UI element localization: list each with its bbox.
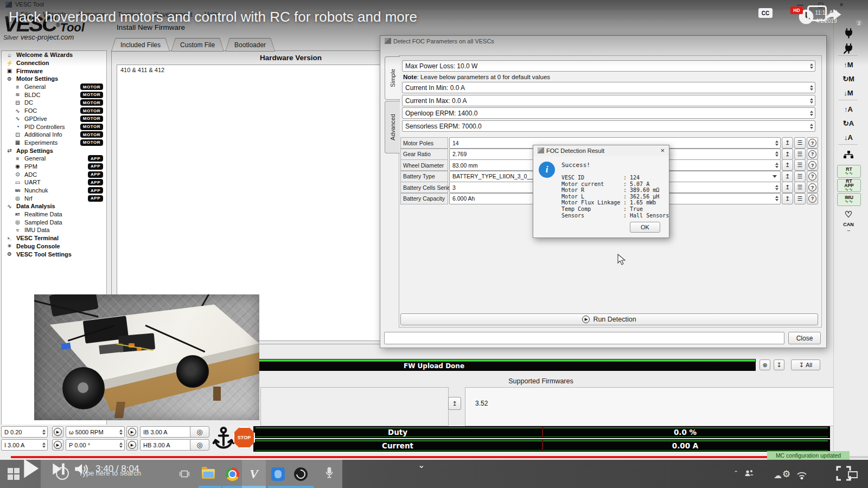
sidebar-item-app-settings[interactable]: ⇄App Settings [2, 146, 106, 155]
default-param-button[interactable]: ☰ [794, 193, 806, 204]
sidebar-item-pid-controllers[interactable]: ◔PID ControllersMOTOR [2, 123, 106, 131]
sidebar-item-realtime-data[interactable]: RTRealtime Data [2, 210, 106, 219]
sidebar-item-nunchuk[interactable]: WiiNunchukAPP [2, 187, 106, 195]
sidebar-item-general[interactable]: ≡GeneralAPP [2, 155, 106, 163]
field-sensorless-erpm[interactable]: Sensorless ERPM: 7000.0 [402, 120, 815, 132]
supported-firmware-item[interactable]: 3.52 [465, 388, 834, 407]
run-p-0-00-button[interactable]: ▶ [126, 439, 138, 451]
video-title[interactable]: Hack hoverboard motors and control with … [9, 9, 417, 25]
spinner[interactable] [774, 140, 780, 146]
spinner[interactable] [774, 151, 780, 157]
sidebar-item-welcome-wizards[interactable]: ⌂Welcome & Wizards [2, 51, 106, 59]
field-current-in-max[interactable]: Current In Max: 0.0 A [402, 95, 815, 106]
blue-app-icon[interactable] [268, 464, 288, 484]
wifi-icon[interactable] [796, 472, 807, 481]
spinner[interactable] [118, 429, 124, 435]
mic-icon[interactable] [325, 467, 334, 482]
sidebar-item-nrf[interactable]: ◎NrfAPP [2, 194, 106, 202]
run-i-3-00-a-button[interactable]: ▶ [52, 439, 63, 451]
help-param-button[interactable]: ? [807, 193, 818, 204]
sidebar-item-dc[interactable]: ⊟DCMOTOR [2, 99, 106, 107]
can-forward-button[interactable]: CAN→ [837, 221, 860, 233]
write-motor-config-icon[interactable]: ↓M [837, 87, 860, 99]
sidebar-item-adc[interactable]: ⊙ADCAPP [2, 170, 106, 178]
run-d-0-20-button[interactable]: ▶ [52, 426, 63, 438]
rt-app-button[interactable]: RTAPP∿∿ [837, 179, 861, 192]
default-param-button[interactable]: ☰ [794, 171, 806, 182]
tab-bootloader[interactable]: Bootloader [225, 38, 275, 52]
stop-button[interactable]: STOP [233, 427, 255, 448]
sidebar-item-sampled-data[interactable]: ◎Sampled Data [2, 218, 106, 226]
control-field-i-3-00-a[interactable]: I 3.00 A [1, 439, 48, 451]
ok-button[interactable]: OK [630, 222, 660, 233]
spinner[interactable] [808, 124, 815, 129]
onedrive-cloud-icon[interactable]: ☁ [774, 471, 782, 480]
download-firmware-button[interactable]: ↧ [774, 359, 784, 370]
captions-button[interactable]: CC [758, 8, 773, 18]
sidebar-item-debug-console[interactable]: ✳Debug Console [2, 242, 106, 251]
read-app-config-icon[interactable]: ↑A [837, 103, 860, 115]
upload-param-button[interactable]: ↥ [782, 171, 793, 182]
field-openloop-erpm[interactable]: Openloop ERPM: 1400.0 [402, 107, 815, 119]
disconnect-icon[interactable] [837, 42, 860, 54]
cancel-upload-button[interactable]: ⊗ [760, 359, 770, 370]
volume-icon[interactable] [74, 462, 89, 478]
reload-app-config-icon[interactable]: ↻A [837, 117, 860, 129]
chrome-icon[interactable] [222, 464, 242, 484]
close-window-button[interactable]: × [834, 1, 848, 9]
tray-chevron-icon[interactable]: ⌃ [733, 470, 738, 477]
spinner[interactable] [774, 163, 780, 168]
help-param-button[interactable]: ? [807, 137, 818, 149]
spinner[interactable] [41, 442, 47, 448]
field-current-in-min[interactable]: Current In Min: 0.0 A [402, 82, 815, 93]
write-app-config-icon[interactable]: ↓A [837, 131, 860, 143]
help-param-button[interactable]: ? [807, 171, 818, 182]
control-field-p-0-00[interactable]: P 0.00 ° [66, 439, 125, 451]
anchor-brake-icon[interactable] [212, 426, 235, 453]
sidebar-item-foc[interactable]: ∿FOCMOTOR [2, 107, 106, 115]
field-max-power-loss[interactable]: Max Power Loss: 10.0 W [402, 60, 815, 72]
sidebar-item-experiments[interactable]: ▦ExperimentsMOTOR [2, 139, 106, 147]
control-field-ib-3-00-a[interactable]: IB 3.00 A [140, 426, 196, 438]
help-param-button[interactable]: ? [807, 149, 818, 160]
run-5000-rpm-button[interactable]: ▶ [126, 426, 138, 438]
rt-data-button[interactable]: RT∿∿ [837, 165, 861, 178]
pairing-heart-icon[interactable]: ♡ [837, 208, 860, 220]
default-param-button[interactable]: ☰ [794, 159, 806, 171]
cast-button[interactable] [807, 5, 827, 21]
sidebar-item-bldc[interactable]: ≋BLDCMOTOR [2, 91, 106, 99]
reload-motor-config-icon[interactable]: ↻M [837, 73, 860, 85]
spinner[interactable] [808, 63, 815, 69]
default-param-button[interactable]: ☰ [794, 137, 806, 149]
default-param-button[interactable]: ☰ [794, 149, 806, 160]
coil-button[interactable]: ◎ [190, 426, 209, 438]
task-view-icon[interactable] [175, 464, 194, 484]
spinner[interactable] [808, 111, 815, 116]
sidebar-item-firmware[interactable]: ▣Firmware [2, 67, 106, 75]
spinner[interactable] [808, 85, 815, 91]
tab-included-files[interactable]: Included Files [111, 38, 170, 52]
read-motor-config-icon[interactable]: ↑M [837, 59, 860, 70]
result-close-icon[interactable]: × [660, 146, 665, 155]
download-all-button[interactable]: ↧All [791, 359, 820, 370]
video-progress-played[interactable] [11, 456, 778, 458]
control-field-hb-3-00-a[interactable]: HB 3.00 A [140, 439, 196, 451]
connect-icon[interactable] [837, 27, 860, 39]
imu-button[interactable]: IMU∿∿ [837, 193, 861, 206]
tab-simple[interactable]: Simple [385, 56, 400, 100]
sidebar-item-general[interactable]: ≡GeneralMOTOR [2, 83, 106, 91]
upload-param-button[interactable]: ↥ [782, 182, 793, 193]
people-icon[interactable] [744, 468, 754, 480]
sidebar-item-gpdrive[interactable]: ∿GPDriveMOTOR [2, 115, 106, 123]
sidebar-item-motor-settings[interactable]: ⚙Motor Settings [2, 75, 106, 83]
obs-icon[interactable] [291, 464, 310, 484]
help-param-button[interactable]: ? [807, 159, 818, 171]
sidebar-item-vesc-tool-settings[interactable]: ⚙VESC Tool Settings [2, 250, 106, 258]
spinner[interactable] [774, 196, 780, 201]
upload-param-button[interactable]: ↥ [782, 159, 793, 171]
sidebar-item-uart[interactable]: ▭UARTAPP [2, 178, 106, 187]
start-button[interactable] [8, 468, 20, 480]
can-scan-icon[interactable] [837, 149, 860, 160]
upload-param-button[interactable]: ↥ [782, 149, 793, 160]
sidebar-item-vesc-terminal[interactable]: >_VESC Terminal [2, 234, 106, 242]
